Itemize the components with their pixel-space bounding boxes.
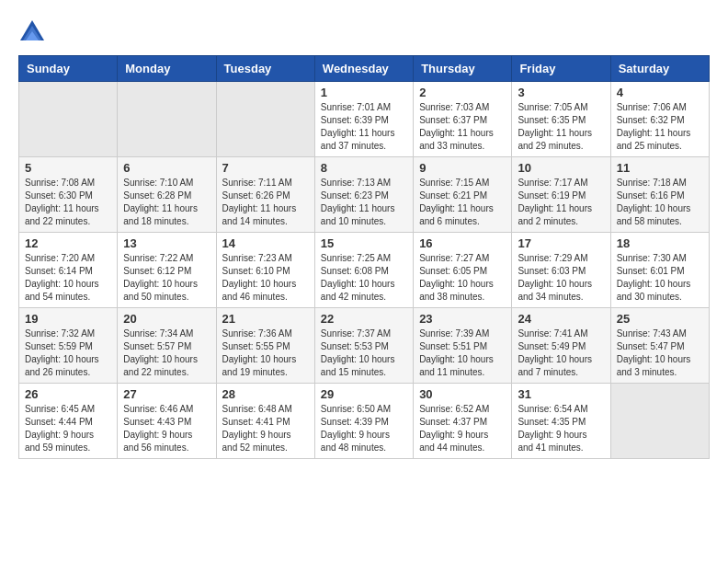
page-header (18, 18, 710, 46)
weekday-header-cell: Wednesday (314, 56, 413, 82)
weekday-header-cell: Monday (118, 56, 216, 82)
day-number: 6 (123, 161, 210, 175)
day-number: 24 (518, 312, 604, 326)
day-number: 19 (25, 312, 111, 326)
day-number: 18 (617, 236, 703, 250)
day-number: 22 (321, 312, 407, 326)
day-detail: Sunrise: 7:27 AMSunset: 6:05 PMDaylight:… (419, 252, 506, 304)
day-number: 28 (222, 387, 309, 401)
calendar-day-cell: 28Sunrise: 6:48 AMSunset: 4:41 PMDayligh… (216, 384, 314, 459)
day-number: 29 (321, 387, 407, 401)
day-detail: Sunrise: 7:41 AMSunset: 5:49 PMDaylight:… (518, 327, 604, 379)
calendar-day-cell: 26Sunrise: 6:45 AMSunset: 4:44 PMDayligh… (19, 384, 118, 459)
weekday-header-cell: Tuesday (216, 56, 314, 82)
calendar-day-cell: 18Sunrise: 7:30 AMSunset: 6:01 PMDayligh… (610, 233, 709, 308)
day-number: 16 (419, 236, 506, 250)
calendar-day-cell: 7Sunrise: 7:11 AMSunset: 6:26 PMDaylight… (216, 157, 314, 233)
calendar-day-cell: 9Sunrise: 7:15 AMSunset: 6:21 PMDaylight… (414, 157, 512, 233)
day-detail: Sunrise: 6:46 AMSunset: 4:43 PMDaylight:… (123, 403, 210, 454)
weekday-header-cell: Sunday (19, 56, 118, 82)
day-detail: Sunrise: 7:13 AMSunset: 6:23 PMDaylight:… (321, 177, 407, 228)
calendar-week-row: 12Sunrise: 7:20 AMSunset: 6:14 PMDayligh… (19, 233, 710, 308)
calendar-day-cell (19, 82, 118, 157)
day-number: 1 (321, 86, 407, 99)
calendar-day-cell: 17Sunrise: 7:29 AMSunset: 6:03 PMDayligh… (512, 233, 610, 308)
day-number: 23 (419, 312, 506, 326)
calendar-day-cell (610, 384, 709, 459)
day-number: 10 (518, 161, 604, 175)
day-number: 27 (123, 387, 210, 401)
day-detail: Sunrise: 7:01 AMSunset: 6:39 PMDaylight:… (321, 101, 407, 153)
day-detail: Sunrise: 6:48 AMSunset: 4:41 PMDaylight:… (222, 403, 309, 454)
day-number: 8 (321, 161, 407, 175)
calendar-week-row: 19Sunrise: 7:32 AMSunset: 5:59 PMDayligh… (19, 308, 710, 384)
day-detail: Sunrise: 6:54 AMSunset: 4:35 PMDaylight:… (518, 403, 604, 454)
day-detail: Sunrise: 7:43 AMSunset: 5:47 PMDaylight:… (617, 327, 703, 379)
weekday-header-cell: Friday (512, 56, 610, 82)
day-detail: Sunrise: 7:05 AMSunset: 6:35 PMDaylight:… (518, 101, 604, 153)
calendar-day-cell: 13Sunrise: 7:22 AMSunset: 6:12 PMDayligh… (118, 233, 216, 308)
day-detail: Sunrise: 7:10 AMSunset: 6:28 PMDaylight:… (123, 177, 210, 228)
day-detail: Sunrise: 7:34 AMSunset: 5:57 PMDaylight:… (123, 327, 210, 379)
day-number: 17 (518, 236, 604, 250)
day-number: 4 (617, 86, 703, 99)
day-detail: Sunrise: 7:06 AMSunset: 6:32 PMDaylight:… (617, 101, 703, 153)
calendar-day-cell (216, 82, 314, 157)
calendar-day-cell: 30Sunrise: 6:52 AMSunset: 4:37 PMDayligh… (414, 384, 512, 459)
day-number: 5 (25, 161, 111, 175)
calendar-day-cell: 6Sunrise: 7:10 AMSunset: 6:28 PMDaylight… (118, 157, 216, 233)
logo-inner (18, 18, 50, 46)
day-number: 26 (25, 387, 111, 401)
calendar-day-cell: 2Sunrise: 7:03 AMSunset: 6:37 PMDaylight… (414, 82, 512, 157)
day-detail: Sunrise: 7:23 AMSunset: 6:10 PMDaylight:… (222, 252, 309, 304)
day-number: 20 (123, 312, 210, 326)
calendar-day-cell (118, 82, 216, 157)
day-detail: Sunrise: 7:25 AMSunset: 6:08 PMDaylight:… (321, 252, 407, 304)
calendar-day-cell: 12Sunrise: 7:20 AMSunset: 6:14 PMDayligh… (19, 233, 118, 308)
day-detail: Sunrise: 7:03 AMSunset: 6:37 PMDaylight:… (419, 101, 506, 153)
day-number: 11 (617, 161, 703, 175)
day-detail: Sunrise: 7:30 AMSunset: 6:01 PMDaylight:… (617, 252, 703, 304)
day-number: 15 (321, 236, 407, 250)
calendar-day-cell: 16Sunrise: 7:27 AMSunset: 6:05 PMDayligh… (414, 233, 512, 308)
day-number: 13 (123, 236, 210, 250)
day-detail: Sunrise: 7:17 AMSunset: 6:19 PMDaylight:… (518, 177, 604, 228)
day-detail: Sunrise: 7:11 AMSunset: 6:26 PMDaylight:… (222, 177, 309, 228)
calendar-day-cell: 21Sunrise: 7:36 AMSunset: 5:55 PMDayligh… (216, 308, 314, 384)
calendar-day-cell: 27Sunrise: 6:46 AMSunset: 4:43 PMDayligh… (118, 384, 216, 459)
day-number: 14 (222, 236, 309, 250)
weekday-header-cell: Saturday (610, 56, 709, 82)
calendar-day-cell: 1Sunrise: 7:01 AMSunset: 6:39 PMDaylight… (314, 82, 413, 157)
calendar-body: 1Sunrise: 7:01 AMSunset: 6:39 PMDaylight… (19, 82, 710, 459)
day-detail: Sunrise: 6:50 AMSunset: 4:39 PMDaylight:… (321, 403, 407, 454)
day-number: 25 (617, 312, 703, 326)
weekday-header-cell: Thursday (414, 56, 512, 82)
day-detail: Sunrise: 7:37 AMSunset: 5:53 PMDaylight:… (321, 327, 407, 379)
calendar-week-row: 26Sunrise: 6:45 AMSunset: 4:44 PMDayligh… (19, 384, 710, 459)
day-number: 7 (222, 161, 309, 175)
day-detail: Sunrise: 7:39 AMSunset: 5:51 PMDaylight:… (419, 327, 506, 379)
day-detail: Sunrise: 6:52 AMSunset: 4:37 PMDaylight:… (419, 403, 506, 454)
calendar: SundayMondayTuesdayWednesdayThursdayFrid… (18, 55, 710, 459)
calendar-day-cell: 11Sunrise: 7:18 AMSunset: 6:16 PMDayligh… (610, 157, 709, 233)
calendar-day-cell: 10Sunrise: 7:17 AMSunset: 6:19 PMDayligh… (512, 157, 610, 233)
calendar-day-cell: 29Sunrise: 6:50 AMSunset: 4:39 PMDayligh… (314, 384, 413, 459)
calendar-week-row: 1Sunrise: 7:01 AMSunset: 6:39 PMDaylight… (19, 82, 710, 157)
calendar-day-cell: 4Sunrise: 7:06 AMSunset: 6:32 PMDaylight… (610, 82, 709, 157)
calendar-day-cell: 22Sunrise: 7:37 AMSunset: 5:53 PMDayligh… (314, 308, 413, 384)
calendar-day-cell: 15Sunrise: 7:25 AMSunset: 6:08 PMDayligh… (314, 233, 413, 308)
day-number: 9 (419, 161, 506, 175)
day-number: 21 (222, 312, 309, 326)
calendar-day-cell: 24Sunrise: 7:41 AMSunset: 5:49 PMDayligh… (512, 308, 610, 384)
day-number: 31 (518, 387, 604, 401)
day-detail: Sunrise: 7:32 AMSunset: 5:59 PMDaylight:… (25, 327, 111, 379)
calendar-day-cell: 20Sunrise: 7:34 AMSunset: 5:57 PMDayligh… (118, 308, 216, 384)
day-number: 30 (419, 387, 506, 401)
day-detail: Sunrise: 6:45 AMSunset: 4:44 PMDaylight:… (25, 403, 111, 454)
calendar-day-cell: 25Sunrise: 7:43 AMSunset: 5:47 PMDayligh… (610, 308, 709, 384)
calendar-day-cell: 5Sunrise: 7:08 AMSunset: 6:30 PMDaylight… (19, 157, 118, 233)
day-number: 12 (25, 236, 111, 250)
calendar-day-cell: 14Sunrise: 7:23 AMSunset: 6:10 PMDayligh… (216, 233, 314, 308)
calendar-day-cell: 19Sunrise: 7:32 AMSunset: 5:59 PMDayligh… (19, 308, 118, 384)
day-detail: Sunrise: 7:36 AMSunset: 5:55 PMDaylight:… (222, 327, 309, 379)
